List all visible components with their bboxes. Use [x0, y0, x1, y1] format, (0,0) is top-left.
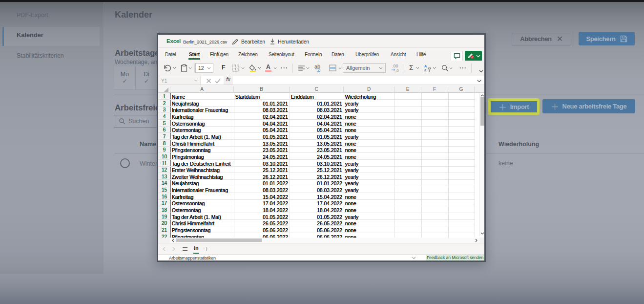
svg-text:Z: Z [424, 68, 427, 72]
svg-text:,0: ,0 [395, 68, 399, 72]
